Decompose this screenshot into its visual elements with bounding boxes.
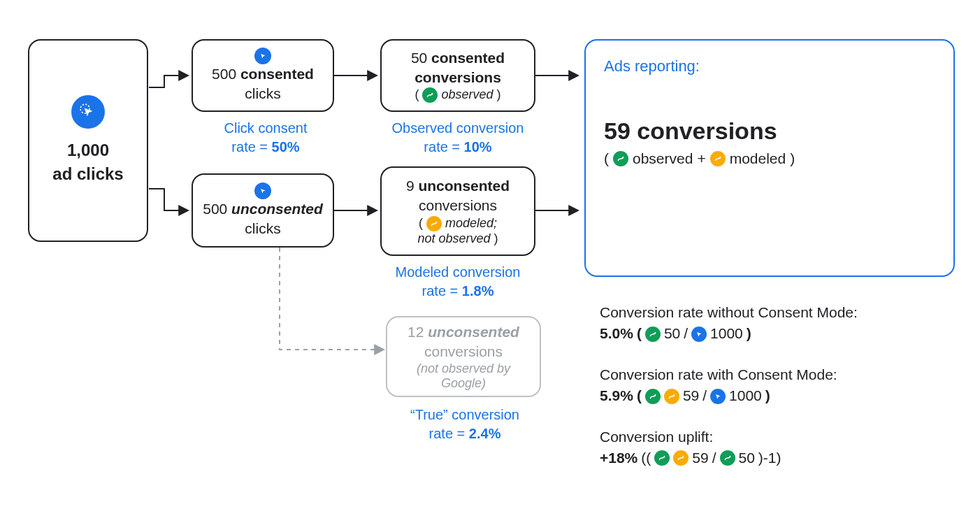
mc-word: conversions	[419, 196, 497, 215]
modeled-conversions-box: 9 unconsented conversions ( modeled; not…	[380, 166, 535, 256]
stat-without-pct: 5.0%	[600, 323, 633, 344]
stat-uplift-pct: +18%	[600, 447, 637, 468]
mc-note: modeled;	[445, 216, 497, 230]
cc-note: observed	[441, 87, 493, 101]
stat-without-label: Conversion rate without Consent Mode:	[600, 302, 956, 323]
cursor-click-icon	[71, 95, 105, 129]
caption-modeled: Modeled conversion rate = 1.8%	[379, 263, 537, 301]
caption-true: “True” conversion rate = 2.4%	[386, 406, 544, 443]
path-icon	[720, 450, 735, 466]
stat-with-pct: 5.9%	[600, 385, 633, 406]
reporting-mod: modeled	[730, 150, 786, 167]
path-icon	[664, 389, 679, 404]
cursor-click-icon	[254, 48, 271, 64]
stat-with-b: 1000	[729, 385, 762, 406]
consented-clicks-box: 500 consented clicks	[192, 39, 334, 112]
path-icon	[422, 87, 438, 103]
path-icon	[426, 216, 442, 231]
stat-uplift-b: 50	[739, 447, 755, 468]
reporting-plus: +	[697, 150, 705, 167]
cursor-click-icon	[691, 327, 707, 342]
path-icon	[654, 450, 670, 466]
cc-strong: consented	[431, 50, 505, 66]
stats-block: Conversion rate without Consent Mode: 5.…	[600, 302, 956, 489]
cc-count: 50	[411, 50, 427, 66]
stat-with-a: 59	[683, 385, 699, 406]
path-icon	[645, 389, 661, 404]
consented-conversions-box: 50 consented conversions ( observed )	[380, 39, 535, 112]
mc-count: 9	[406, 178, 415, 194]
tc-note: (not observed by Google)	[417, 361, 510, 390]
ads-reporting-box: Ads reporting: 59 conversions ( observed…	[584, 39, 955, 277]
reporting-title: Ads reporting:	[604, 57, 700, 76]
true-conversions-box: 12 unconsented conversions (not observed…	[386, 316, 541, 397]
stat-without-b: 1000	[710, 323, 743, 344]
consented-count: 500	[212, 66, 236, 82]
path-icon	[673, 450, 689, 466]
unconsented-count: 500	[203, 201, 227, 217]
stat-without-a: 50	[664, 323, 680, 344]
source-box: 1,000 ad clicks	[28, 39, 148, 242]
tc-word: conversions	[424, 342, 503, 361]
source-label: ad clicks	[52, 164, 123, 183]
caption-observed: Observed conversion rate = 10%	[379, 119, 537, 157]
path-icon	[613, 151, 628, 166]
cursor-click-icon	[254, 182, 271, 199]
unconsented-clicks-box: 500 unconsented clicks	[192, 173, 334, 248]
reporting-big: 59 conversions	[604, 117, 777, 145]
unconsented-word: clicks	[245, 219, 280, 238]
stat-uplift-label: Conversion uplift:	[600, 427, 956, 447]
stat-with-label: Conversion rate with Consent Mode:	[600, 364, 956, 385]
tc-count: 12	[408, 324, 424, 340]
reporting-obs: observed	[633, 150, 693, 167]
path-icon	[645, 327, 661, 342]
stat-uplift-a: 59	[692, 447, 708, 468]
mc-note2: not observed	[417, 231, 490, 245]
consented-word: clicks	[245, 84, 280, 103]
cursor-click-icon	[710, 389, 726, 404]
caption-click-consent: Click consent rate = 50%	[203, 119, 329, 157]
source-count: 1,000	[67, 141, 109, 159]
cc-word: conversions	[415, 69, 501, 85]
consented-strong: consented	[240, 66, 314, 82]
unconsented-strong: unconsented	[231, 201, 323, 217]
path-icon	[710, 151, 726, 166]
tc-strong: unconsented	[428, 324, 519, 340]
mc-strong: unconsented	[418, 178, 510, 194]
